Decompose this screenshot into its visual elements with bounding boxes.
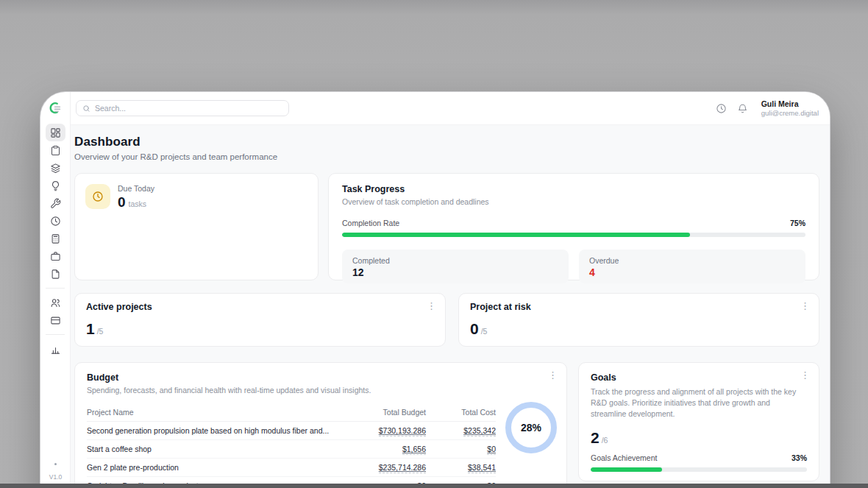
kebab-menu-icon[interactable]: ⋮: [548, 370, 558, 380]
table-row[interactable]: Second generation propulsion plate based…: [87, 422, 496, 440]
active-projects-title: Active projects: [86, 302, 434, 312]
project-at-risk-card: Project at risk ⋮ 0 /5: [458, 293, 819, 347]
user-name: Guli Meira: [761, 99, 819, 109]
desktop-background: V1.0: [0, 0, 868, 488]
search-input[interactable]: [95, 104, 282, 113]
sidebar-item-tools[interactable]: [46, 194, 65, 212]
goals-value: 2: [591, 429, 600, 447]
user-menu[interactable]: Guli Meira guli@creme.digital: [761, 99, 819, 118]
total-cost-value[interactable]: $0: [487, 445, 496, 455]
project-name: Start a coffee shop: [87, 445, 338, 453]
notifications-button[interactable]: [737, 102, 749, 114]
sidebar-item-tasks[interactable]: [46, 141, 65, 159]
sidebar-item-documents[interactable]: [46, 265, 65, 283]
bell-icon: [737, 103, 748, 114]
project-name: Second generation propulsion plate based…: [87, 426, 338, 435]
goals-total: /6: [602, 436, 608, 445]
budget-title: Budget: [87, 372, 555, 383]
total-cost-value[interactable]: $235,342: [463, 426, 496, 436]
layers-icon: [50, 163, 61, 174]
total-cost-value[interactable]: $38,541: [468, 463, 496, 473]
sidebar-item-projects[interactable]: [46, 159, 65, 177]
table-row[interactable]: Start a coffee shop $1,656 $0: [87, 440, 496, 459]
project-at-risk-value: 0: [470, 320, 479, 338]
sidebar-footer: V1.0: [40, 463, 71, 481]
budget-table-header: Project Name Total Budget Total Cost: [87, 405, 496, 422]
project-at-risk-title: Project at risk: [470, 302, 808, 312]
overdue-label: Overdue: [589, 256, 795, 265]
completion-rate-bar: [342, 233, 805, 237]
search-icon: [82, 105, 90, 113]
calculator-icon: [50, 233, 61, 244]
clock-icon: [50, 216, 61, 227]
user-email: guli@creme.digital: [761, 109, 819, 118]
due-today-label: Due Today: [118, 184, 154, 193]
goals-achievement-percent: 33%: [791, 453, 807, 462]
sidebar-item-portfolio[interactable]: [46, 247, 65, 265]
kebab-menu-icon[interactable]: ⋮: [800, 301, 810, 311]
total-budget-value[interactable]: $730,193.286: [379, 426, 426, 436]
task-progress-card: Task Progress Overview of task completio…: [328, 173, 819, 280]
users-icon: [50, 297, 61, 308]
app-window: V1.0: [40, 92, 830, 488]
sidebar-status-dot: [54, 463, 57, 465]
history-clock-icon: [716, 103, 727, 114]
dashboard-grid-icon: [50, 127, 61, 138]
due-today-unit: tasks: [129, 199, 147, 208]
search-box[interactable]: [76, 100, 289, 116]
task-progress-title: Task Progress: [342, 184, 805, 194]
active-projects-value: 1: [86, 320, 95, 338]
page-subtitle: Overview of your R&D projects and team p…: [74, 152, 819, 161]
overdue-tile: Overdue 4: [579, 250, 805, 283]
due-today-icon-badge: [85, 184, 110, 209]
budget-donut-chart: 28%: [505, 402, 557, 453]
file-icon: [50, 269, 61, 280]
completed-label: Completed: [352, 256, 558, 265]
sidebar: V1.0: [40, 92, 71, 488]
sidebar-divider: [46, 288, 65, 289]
total-budget-value[interactable]: $235,714.286: [379, 463, 426, 473]
budget-table: Project Name Total Budget Total Cost Sec…: [87, 405, 496, 488]
due-today-card: Due Today 0 tasks: [74, 173, 319, 280]
sidebar-item-billing[interactable]: [46, 311, 65, 329]
sidebar-item-time-tracking[interactable]: [46, 212, 65, 230]
completion-rate-bar-fill: [342, 233, 690, 237]
history-clock-button[interactable]: [716, 102, 728, 114]
bottom-edge: [0, 484, 868, 488]
sidebar-divider: [46, 334, 65, 335]
sidebar-item-reports[interactable]: [46, 340, 65, 358]
goals-achievement-bar: [591, 467, 807, 472]
table-row[interactable]: Gen 2 plate pre-production $235,714.286 …: [87, 459, 496, 477]
dashboard-content: Dashboard Overview of your R&D projects …: [71, 125, 830, 488]
kebab-menu-icon[interactable]: ⋮: [427, 301, 436, 311]
total-budget-value[interactable]: $1,656: [402, 445, 426, 455]
bar-chart-icon: [50, 344, 61, 355]
budget-subtitle: Spending, forecasts, and financial healt…: [87, 386, 555, 395]
briefcase-icon: [50, 251, 61, 262]
due-today-value: 0: [118, 194, 126, 211]
goals-subtitle: Track the progress and alignment of all …: [591, 386, 807, 420]
main-area: Guli Meira guli@creme.digital Dashboard …: [71, 92, 830, 488]
overdue-value: 4: [589, 266, 795, 278]
app-logo[interactable]: [46, 99, 65, 118]
kebab-menu-icon[interactable]: ⋮: [800, 370, 810, 380]
goals-title: Goals: [591, 372, 807, 383]
sidebar-item-dashboard[interactable]: [46, 124, 65, 141]
clock-icon: [92, 191, 104, 202]
active-projects-total: /5: [97, 327, 104, 336]
active-projects-card: Active projects ⋮ 1 /5: [74, 293, 446, 347]
sidebar-item-calculator[interactable]: [46, 230, 65, 247]
completion-rate-percent: 75%: [790, 219, 805, 227]
topbar: Guli Meira guli@creme.digital: [71, 92, 830, 125]
budget-card: Budget ⋮ Spending, forecasts, and financ…: [74, 362, 567, 488]
completed-tile: Completed 12: [342, 250, 569, 283]
project-name: Gen 2 plate pre-production: [87, 463, 338, 472]
column-project-name: Project Name: [87, 408, 338, 417]
project-at-risk-total: /5: [481, 327, 488, 336]
task-progress-subtitle: Overview of task completion and deadline…: [342, 197, 805, 206]
topbar-actions: Guli Meira guli@creme.digital: [716, 99, 819, 118]
sidebar-item-ideas[interactable]: [46, 177, 65, 194]
sidebar-item-team[interactable]: [46, 294, 65, 311]
budget-donut-percent: 28%: [521, 422, 541, 434]
goals-achievement-label: Goals Achievement: [591, 453, 657, 462]
